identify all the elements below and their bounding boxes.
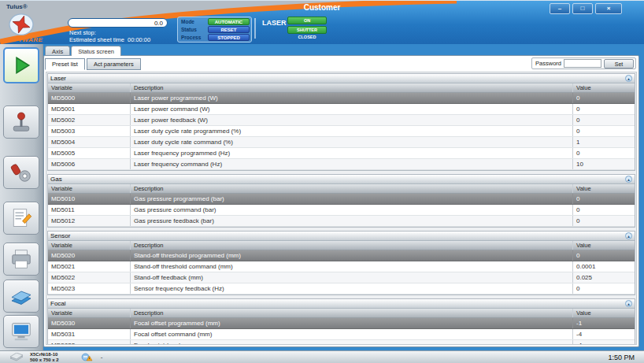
variable-cell: MD5031	[48, 329, 131, 339]
value-cell: 0.025	[573, 272, 635, 283]
column-header: Variable	[48, 83, 131, 92]
table-row[interactable]: MD5000Laser power programmed (W)0	[48, 93, 635, 104]
maximize-button[interactable]: □	[572, 3, 593, 14]
variable-cell: MD5005	[48, 148, 131, 158]
header-divider	[254, 18, 256, 39]
description-cell: Focal point (mm)	[131, 340, 573, 345]
mode-label: Mode	[180, 19, 208, 24]
value-cell: -4	[573, 329, 635, 339]
app-window: Tulus® Customer – □ × SOFTWARE Next stop…	[0, 0, 644, 363]
laser-shutter-closed-button[interactable]: SHUTTER CLOSED	[287, 26, 327, 34]
description-cell: Gas pressure programmed (bar)	[131, 194, 573, 204]
table-row[interactable]: MD5023Sensor frequency feedback (Hz)0	[48, 283, 635, 294]
description-cell: Gas pressure feedback (bar)	[131, 216, 573, 226]
window-title: Customer	[304, 3, 341, 12]
set-password-button[interactable]: Set	[604, 59, 634, 69]
column-header-row: VariableDescriptionValue	[48, 83, 635, 93]
variable-cell: MD5010	[48, 194, 131, 204]
description-cell: Gas pressure command (bar)	[131, 205, 573, 215]
sheet-loading-button[interactable]	[3, 280, 39, 313]
value-cell: 0	[573, 115, 635, 125]
notification-note: -	[101, 354, 103, 361]
variable-cell: MD5021	[48, 261, 131, 272]
material-name: X5CrNi18-10	[30, 352, 59, 357]
description-cell: Stand-off threshold programmed (mm)	[131, 250, 573, 261]
column-header: Description	[131, 309, 573, 317]
variable-cell: MD5006	[48, 159, 131, 169]
section-title: Laser	[50, 75, 66, 82]
tool-icon	[9, 161, 33, 184]
table-row[interactable]: MD5011Gas pressure command (bar)0	[48, 205, 635, 216]
table-row[interactable]: MD5030Focal offset programmed (mm)-1	[48, 318, 635, 329]
table-row[interactable]: MD5004Laser duty cycle rate command (%)1	[48, 137, 635, 148]
section-header: Focal▲	[48, 299, 635, 309]
sidebar	[0, 44, 43, 352]
table-row[interactable]: MD5012Gas pressure feedback (bar)0	[48, 216, 635, 227]
column-header-row: VariableDescriptionValue	[48, 309, 635, 318]
table-row[interactable]: MD5032Focal point (mm)-4	[48, 340, 635, 345]
subtab-act-parameters[interactable]: Act parameters	[87, 58, 141, 70]
column-header: Variable	[48, 241, 131, 250]
value-cell: 0	[573, 148, 635, 158]
minimize-button[interactable]: –	[550, 3, 570, 14]
machine-status-row: ProcessSTOPPED	[180, 34, 250, 41]
monitor-icon	[9, 320, 33, 343]
table-row[interactable]: MD5005Laser frequency programmed (Hz)0	[48, 148, 635, 159]
machine-status-row: StatusRESET	[180, 26, 250, 33]
collapse-icon[interactable]: ▲	[625, 300, 632, 307]
tab-status-screen[interactable]: Status screen	[71, 46, 121, 56]
print-button[interactable]	[3, 243, 39, 276]
feed-rate-input[interactable]	[68, 18, 168, 28]
value-cell: 0	[573, 126, 635, 136]
column-header: Description	[131, 241, 573, 250]
variable-cell: MD5020	[48, 250, 131, 261]
joystick-icon	[9, 110, 33, 134]
material-info: X5CrNi18-10 500 x 750 x 2	[30, 352, 59, 363]
table-row[interactable]: MD5002Laser power feedback (W)0	[48, 115, 635, 126]
column-header: Value	[573, 309, 635, 317]
collapse-icon[interactable]: ▲	[625, 75, 632, 82]
header: Tulus® Customer – □ × SOFTWARE Next stop…	[0, 0, 644, 44]
value-cell: 0	[573, 194, 635, 204]
table-row[interactable]: MD5020Stand-off threshold programmed (mm…	[48, 250, 635, 261]
laser-on-button[interactable]: ON	[287, 17, 327, 24]
manual-control-button[interactable]	[3, 106, 39, 139]
table-row[interactable]: MD5001Laser power command (W)0	[48, 104, 635, 115]
value-cell: 0	[573, 250, 635, 261]
value-cell: -1	[573, 318, 635, 328]
machine-status-panel: ModeAUTOMATICStatusRESETProcessSTOPPED	[177, 17, 252, 43]
mode-value[interactable]: AUTOMATIC	[208, 18, 250, 25]
description-cell: Focal offset programmed (mm)	[131, 318, 573, 328]
section-title: Sensor	[50, 232, 70, 239]
tabs-row: AxisStatus screen	[43, 44, 639, 55]
table-row[interactable]: MD5003Laser duty cycle rate programmed (…	[48, 126, 635, 137]
tool-setup-button[interactable]	[3, 156, 39, 189]
column-header: Value	[573, 184, 635, 193]
password-input[interactable]	[564, 59, 601, 68]
variable-cell: MD5011	[48, 205, 131, 215]
table-row[interactable]: MD5031Focal offset command (mm)-4	[48, 329, 635, 340]
column-header: Description	[131, 83, 573, 92]
table-row[interactable]: MD5021Stand-off threshold command (mm)0.…	[48, 261, 635, 272]
value-cell: 0	[573, 216, 635, 226]
diagnostics-button[interactable]	[3, 315, 39, 348]
process-value[interactable]: STOPPED	[208, 34, 250, 41]
status-value[interactable]: RESET	[208, 26, 250, 33]
column-header: Value	[573, 241, 635, 250]
close-button[interactable]: ×	[595, 3, 622, 14]
table-row[interactable]: MD5022Stand-off feedback (mm)0.025	[48, 272, 635, 283]
clock: 1:50 PM	[608, 354, 635, 361]
description-cell: Laser frequency programmed (Hz)	[131, 148, 573, 158]
password-label: Password	[534, 60, 561, 67]
subtabs: Preset listAct parameters	[45, 57, 142, 70]
subtab-preset-list[interactable]: Preset list	[45, 58, 85, 70]
program-editor-button[interactable]	[3, 202, 39, 235]
collapse-icon[interactable]: ▲	[625, 176, 632, 183]
table-row[interactable]: MD5006Laser frequency command (Hz)10	[48, 159, 635, 170]
collapse-icon[interactable]: ▲	[625, 232, 632, 239]
start-button[interactable]	[3, 47, 39, 83]
play-icon	[9, 54, 33, 77]
column-header: Value	[573, 83, 635, 92]
table-row[interactable]: MD5010Gas pressure programmed (bar)0	[48, 194, 635, 205]
notification-icon[interactable]	[81, 350, 93, 363]
